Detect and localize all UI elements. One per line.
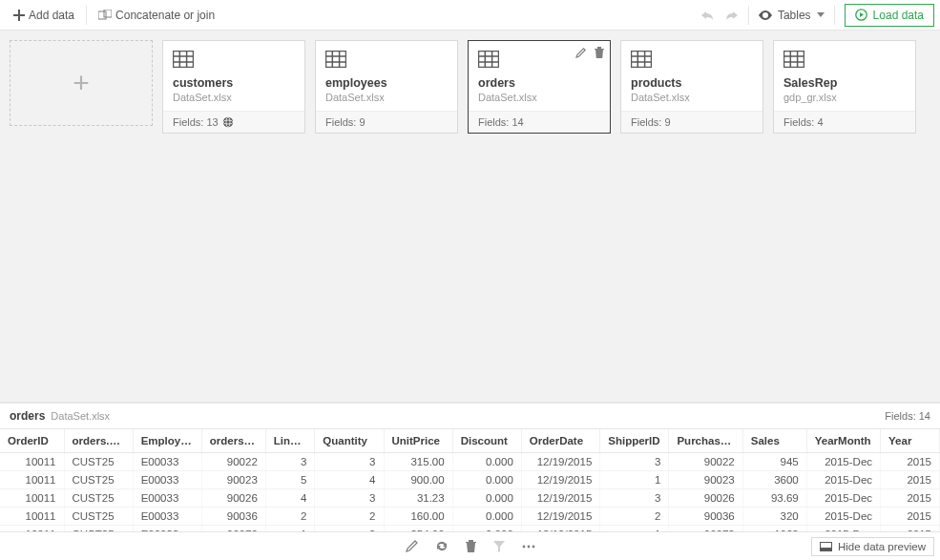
cell: 3600 — [742, 471, 806, 489]
edit-icon[interactable] — [575, 47, 587, 58]
column-header[interactable]: Discount — [452, 429, 521, 453]
concatenate-button[interactable]: Concatenate or join — [91, 5, 222, 26]
cell: 2015 — [881, 489, 940, 508]
cell: 10011 — [0, 471, 64, 489]
more-icon[interactable] — [522, 545, 535, 549]
cell: 90026 — [669, 489, 742, 508]
table-card-products[interactable]: productsDataSet.xlsxFields: 9 — [620, 40, 763, 134]
column-header[interactable]: Year — [881, 429, 940, 453]
cell: 2015 — [881, 471, 940, 489]
column-header[interactable]: orders.Prod… — [201, 429, 265, 453]
column-header[interactable]: EmployeeKey — [133, 429, 201, 453]
table-row[interactable]: 10011CUST25E000339003622160.000.00012/19… — [0, 508, 940, 526]
column-header[interactable]: LineNo — [265, 429, 315, 453]
cell: 2 — [265, 508, 315, 526]
edit-icon[interactable] — [406, 540, 418, 552]
delete-icon[interactable] — [466, 540, 476, 552]
column-header[interactable]: Sales — [742, 429, 806, 453]
separator — [748, 6, 749, 25]
refresh-icon[interactable] — [435, 540, 449, 552]
hide-preview-button[interactable]: Hide data preview — [811, 537, 934, 556]
chevron-down-icon — [817, 12, 825, 17]
preview-header: orders DataSet.xlsx Fields: 14 — [0, 403, 940, 428]
hide-preview-label: Hide data preview — [838, 541, 926, 552]
cell: 3 — [265, 453, 315, 471]
cell: 2 — [600, 508, 669, 526]
cell: CUST25 — [64, 471, 133, 489]
data-canvas: + customersDataSet.xlsxFields: 13employe… — [0, 31, 940, 403]
filter-icon[interactable] — [493, 541, 505, 552]
undo-button[interactable] — [695, 6, 720, 25]
cell: 90036 — [201, 508, 265, 526]
cell: 2015 — [881, 453, 940, 471]
table-card-employees[interactable]: employeesDataSet.xlsxFields: 9 — [315, 40, 458, 134]
card-footer: Fields: 9 — [316, 111, 457, 133]
card-title: products — [631, 76, 753, 90]
table-icon — [631, 51, 652, 68]
load-data-button[interactable]: Load data — [845, 4, 934, 27]
column-header[interactable]: UnitPrice — [384, 429, 452, 453]
preview-grid-wrapper[interactable]: OrderIDorders.Cust…EmployeeKeyorders.Pro… — [0, 428, 940, 531]
separator — [834, 6, 835, 25]
table-row[interactable]: 10011CUST25E000339002354900.000.00012/19… — [0, 471, 940, 489]
redo-button[interactable] — [720, 6, 744, 25]
table-icon — [783, 51, 804, 68]
column-header[interactable]: OrderID — [0, 429, 64, 453]
cell: 90022 — [669, 453, 742, 471]
card-body: customersDataSet.xlsx — [163, 41, 304, 111]
cell: CUST25 — [64, 453, 133, 471]
cell: 3 — [315, 489, 384, 508]
cell: 945 — [742, 453, 806, 471]
cell: 315.00 — [384, 453, 452, 471]
cell: 10011 — [0, 453, 64, 471]
table-card-SalesRep[interactable]: SalesRepgdp_gr.xlsxFields: 4 — [773, 40, 916, 134]
cell: 31.23 — [384, 489, 452, 508]
delete-icon[interactable] — [595, 47, 604, 58]
column-header[interactable]: PurchasedP… — [669, 429, 742, 453]
svg-rect-21 — [632, 52, 652, 68]
column-header[interactable]: OrderDate — [521, 429, 599, 453]
table-card-orders[interactable]: ordersDataSet.xlsxFields: 14 — [468, 40, 611, 134]
cell: 90036 — [669, 508, 742, 526]
card-source: DataSet.xlsx — [478, 92, 600, 103]
card-title: orders — [478, 76, 600, 90]
cell: 90022 — [201, 453, 265, 471]
table-row[interactable]: 10011CUST25E000339002233315.000.00012/19… — [0, 453, 940, 471]
card-source: gdp_gr.xlsx — [783, 92, 906, 103]
column-header[interactable]: orders.Cust… — [64, 429, 133, 453]
card-field-count: Fields: 9 — [631, 116, 671, 128]
cell: 4 — [265, 489, 315, 508]
concatenate-label: Concatenate or join — [115, 9, 215, 22]
card-title: customers — [173, 76, 295, 90]
add-table-dropzone[interactable]: + — [10, 40, 153, 126]
table-row[interactable]: 10011CUST25E00033900264331.230.00012/19/… — [0, 489, 940, 508]
column-header[interactable]: ShipperID — [600, 429, 669, 453]
cell: 2015 — [881, 508, 940, 526]
card-title: employees — [325, 76, 448, 90]
svg-rect-35 — [820, 548, 831, 551]
cell: 0.000 — [452, 471, 521, 489]
tables-label: Tables — [778, 9, 811, 22]
cell: 12/19/2015 — [521, 453, 599, 471]
card-source: DataSet.xlsx — [631, 92, 753, 103]
panel-icon — [820, 542, 832, 551]
plus-icon — [13, 10, 25, 21]
cell: 160.00 — [384, 508, 452, 526]
add-data-button[interactable]: Add data — [6, 5, 82, 26]
cell: 0.000 — [452, 508, 521, 526]
tables-dropdown[interactable]: Tables — [753, 5, 830, 26]
card-footer: Fields: 13 — [163, 111, 304, 133]
cell: 2015-Dec — [806, 453, 880, 471]
table-card-customers[interactable]: customersDataSet.xlsxFields: 13 — [162, 40, 305, 134]
column-header[interactable]: Quantity — [315, 429, 384, 453]
cell: 2015-Dec — [806, 471, 880, 489]
add-data-label: Add data — [29, 9, 74, 22]
card-field-count: Fields: 14 — [478, 116, 524, 128]
card-footer: Fields: 4 — [774, 111, 915, 133]
cell: CUST25 — [64, 489, 133, 508]
cell: 12/19/2015 — [521, 489, 599, 508]
plus-large-icon: + — [73, 69, 90, 97]
card-field-count: Fields: 9 — [325, 116, 366, 128]
column-header[interactable]: YearMonth — [806, 429, 880, 453]
card-actions — [575, 47, 604, 58]
